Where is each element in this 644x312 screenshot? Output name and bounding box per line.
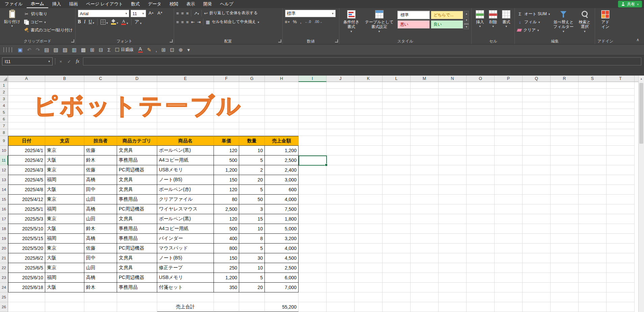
cell-C24[interactable]: 鈴木 (84, 283, 117, 292)
row-header-16[interactable]: 16 (0, 204, 8, 214)
row-header-10[interactable]: 10 (0, 146, 8, 155)
cell-E25[interactable] (157, 292, 214, 302)
cell-F21[interactable]: 150 (214, 253, 239, 263)
cell-L22[interactable] (383, 263, 411, 273)
cell-D15[interactable]: 事務用品 (117, 195, 157, 204)
align-top-button[interactable]: ≡ (176, 11, 179, 16)
merge-center-button[interactable]: ▦ セルを結合して中央揃え ▾ (206, 19, 259, 25)
cell-I15[interactable] (299, 195, 327, 204)
cell-G22[interactable]: 10 (239, 263, 265, 273)
cell-S26[interactable] (579, 302, 607, 312)
cell-A21[interactable]: 2025/6/2 (8, 253, 45, 263)
cell-G2[interactable] (239, 89, 265, 95)
cell-A11[interactable]: 2025/4/2 (8, 155, 45, 165)
cell-J2[interactable] (327, 89, 355, 95)
cell-S6[interactable] (579, 116, 607, 122)
cell-K20[interactable] (355, 244, 383, 253)
cell-L10[interactable] (383, 146, 411, 155)
cell-H6[interactable] (265, 116, 299, 122)
cell-L26[interactable] (383, 302, 411, 312)
cell-G24[interactable]: 20 (239, 283, 265, 292)
cell-L13[interactable] (383, 175, 411, 185)
cell-F13[interactable]: 150 (214, 175, 239, 185)
cell-R4[interactable] (551, 102, 579, 109)
cell-C17[interactable]: 山田 (84, 214, 117, 224)
orientation-button[interactable]: ↗▾ (194, 11, 199, 16)
cell-Q17[interactable] (523, 214, 551, 224)
cell-A23[interactable]: 2025/6/10 (8, 273, 45, 283)
row-header-13[interactable]: 13 (0, 175, 8, 185)
cell-S4[interactable] (579, 102, 607, 109)
align-middle-button[interactable]: ≡ (181, 11, 184, 16)
dialog-launcher-icon[interactable] (335, 39, 338, 42)
cell-G4[interactable] (239, 102, 265, 109)
menu-tab-4[interactable]: 描画 (65, 0, 82, 8)
cell-S21[interactable] (579, 253, 607, 263)
column-header-O[interactable]: O (467, 76, 495, 82)
cell-E14[interactable]: ボールペン(赤) (157, 185, 214, 195)
clear-button[interactable]: クリア ▾ (517, 27, 550, 33)
cell-Q19[interactable] (523, 234, 551, 244)
cell-R21[interactable] (551, 253, 579, 263)
cell-Q26[interactable] (523, 302, 551, 312)
format-cells-button[interactable]: ⊡ (169, 46, 175, 54)
cell-D11[interactable]: 事務用品 (117, 155, 157, 165)
cell-style-chip-1[interactable]: 標準 (397, 11, 430, 19)
cell-Q16[interactable] (523, 204, 551, 214)
cell-K24[interactable] (355, 283, 383, 292)
cell-L21[interactable] (383, 253, 411, 263)
redo-button[interactable]: ↷ (35, 46, 41, 54)
cell-E1[interactable] (157, 82, 214, 89)
cell-A18[interactable]: 2025/5/10 (8, 224, 45, 234)
decrease-font-button[interactable]: A▾ (156, 10, 164, 17)
cell-M11[interactable] (411, 155, 439, 165)
autosum-button[interactable]: Σ (106, 46, 111, 54)
cell-I19[interactable] (299, 234, 327, 244)
column-header-K[interactable]: K (355, 76, 383, 82)
cell-N7[interactable] (439, 122, 467, 129)
cell-D10[interactable]: 文房具 (117, 146, 157, 155)
cell-S20[interactable] (579, 244, 607, 253)
enter-button[interactable]: ✓ (66, 59, 72, 64)
cell-Q4[interactable] (523, 102, 551, 109)
cell-D21[interactable]: 文房具 (117, 253, 157, 263)
column-header-N[interactable]: N (439, 76, 467, 82)
row-header-14[interactable]: 14 (0, 185, 8, 195)
cell-N23[interactable] (439, 273, 467, 283)
cell-K9[interactable] (355, 136, 383, 146)
cell-S11[interactable] (579, 155, 607, 165)
column-header-D[interactable]: D (117, 76, 157, 82)
paste-button[interactable]: 貼り付け ▾ (2, 9, 22, 28)
cell-J23[interactable] (327, 273, 355, 283)
phonetic-button[interactable]: ア▾ (135, 19, 142, 25)
cell-R2[interactable] (551, 89, 579, 95)
cell-N25[interactable] (439, 292, 467, 302)
cell-E16[interactable]: ワイヤレスマウス (157, 204, 214, 214)
cell-G7[interactable] (239, 122, 265, 129)
cell-P8[interactable] (495, 129, 523, 136)
cell-P26[interactable] (495, 302, 523, 312)
cell-M26[interactable] (411, 302, 439, 312)
row-header-19[interactable]: 19 (0, 234, 8, 244)
cell-B9[interactable]: 支店 (45, 136, 84, 146)
cell-O16[interactable] (467, 204, 495, 214)
row-header-9[interactable]: 9 (0, 136, 8, 146)
cell-D12[interactable]: PC周辺機器 (117, 165, 157, 175)
cell-O3[interactable] (467, 95, 495, 102)
menu-tab-6[interactable]: 数式 (127, 0, 144, 8)
cell-I13[interactable] (299, 175, 327, 185)
cell-C14[interactable]: 田中 (84, 185, 117, 195)
cell-B16[interactable]: 福岡 (45, 204, 84, 214)
cell-A25[interactable] (8, 292, 45, 302)
cell-L2[interactable] (383, 89, 411, 95)
cell-P9[interactable] (495, 136, 523, 146)
cell-L8[interactable] (383, 129, 411, 136)
cell-H7[interactable] (265, 122, 299, 129)
cell-F25[interactable] (214, 292, 239, 302)
align-left-button[interactable]: ≡ (176, 20, 179, 25)
pen-button[interactable]: ✎ (146, 46, 152, 54)
cell-H21[interactable]: 4,500 (265, 253, 299, 263)
font-color-button[interactable]: A▾ (121, 19, 128, 25)
wrap-text-button[interactable]: ↩ 折り返して全体を表示する (204, 10, 258, 17)
decrease-indent-button[interactable]: ⇤ (191, 20, 195, 25)
